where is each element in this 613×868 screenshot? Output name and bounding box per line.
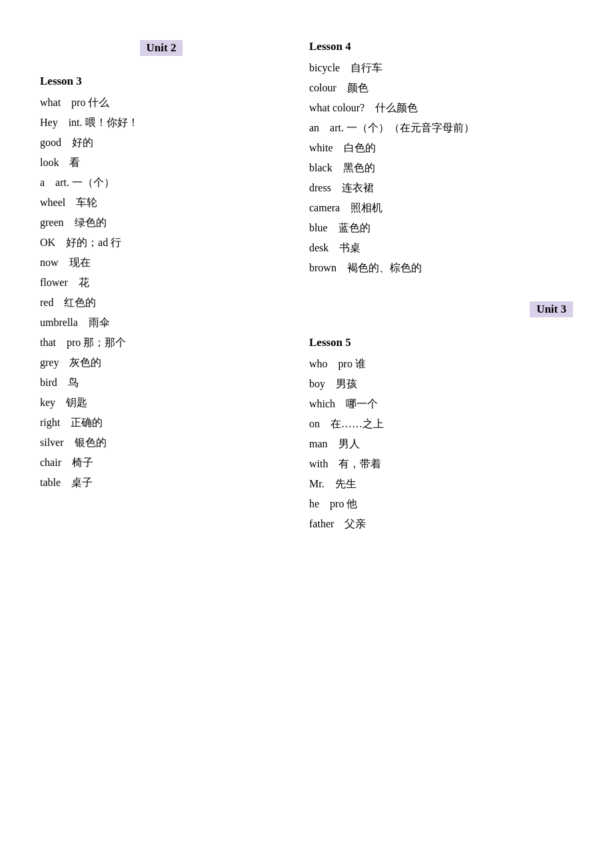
list-item: on 在……之上 [309,416,573,432]
list-item: flower 花 [40,275,283,291]
list-item: white 白色的 [309,140,573,156]
lesson4-vocab-list: bicycle 自行车colour 颜色what colour? 什么颜色an … [309,60,573,276]
list-item: colour 颜色 [309,80,573,96]
list-item: wheel 车轮 [40,195,283,211]
list-item: what pro 什么 [40,95,283,111]
list-item: umbrella 雨伞 [40,315,283,331]
list-item: look 看 [40,155,283,171]
list-item: red 红色的 [40,295,283,311]
list-item: right 正确的 [40,415,283,431]
list-item: black 黑色的 [309,160,573,176]
list-item: that pro 那；那个 [40,335,283,351]
list-item: bicycle 自行车 [309,60,573,76]
lesson4-title: Lesson 4 [309,40,573,53]
list-item: what colour? 什么颜色 [309,100,573,116]
list-item: desk 书桌 [309,240,573,256]
lesson5-vocab-list: who pro 谁boy 男孩which 哪一个on 在……之上man 男人wi… [309,356,573,532]
lesson5-title: Lesson 5 [309,336,573,349]
page-container: Unit 2 Lesson 3 what pro 什么Hey int. 喂！你好… [40,40,573,536]
list-item: a art. 一（个） [40,175,283,191]
list-item: dress 连衣裙 [309,180,573,196]
list-item: key 钥匙 [40,395,283,411]
list-item: Mr. 先生 [309,476,573,492]
unit3-header: Unit 3 [530,301,573,317]
list-item: brown 褐色的、棕色的 [309,260,573,276]
unit2-header: Unit 2 [140,40,183,56]
list-item: Hey int. 喂！你好！ [40,115,283,131]
lesson3-vocab-list: what pro 什么Hey int. 喂！你好！good 好的look 看a … [40,95,283,491]
list-item: OK 好的；ad 行 [40,235,283,251]
list-item: good 好的 [40,135,283,151]
list-item: father 父亲 [309,516,573,532]
right-column: Lesson 4 bicycle 自行车colour 颜色what colour… [296,40,573,536]
lesson3-title: Lesson 3 [40,75,283,88]
list-item: now 现在 [40,255,283,271]
list-item: grey 灰色的 [40,355,283,371]
list-item: chair 椅子 [40,455,283,471]
list-item: bird 鸟 [40,375,283,391]
unit2-header-container: Unit 2 [40,40,283,65]
list-item: blue 蓝色的 [309,220,573,236]
list-item: green 绿色的 [40,215,283,231]
list-item: with 有，带着 [309,456,573,472]
list-item: camera 照相机 [309,200,573,216]
list-item: an art. 一（个）（在元音字母前） [309,120,573,136]
unit3-header-container: Unit 3 [309,301,573,327]
list-item: boy 男孩 [309,376,573,392]
left-column: Unit 2 Lesson 3 what pro 什么Hey int. 喂！你好… [40,40,296,536]
list-item: he pro 他 [309,496,573,512]
list-item: who pro 谁 [309,356,573,372]
list-item: man 男人 [309,436,573,452]
list-item: which 哪一个 [309,396,573,412]
list-item: table 桌子 [40,475,283,491]
list-item: silver 银色的 [40,435,283,451]
